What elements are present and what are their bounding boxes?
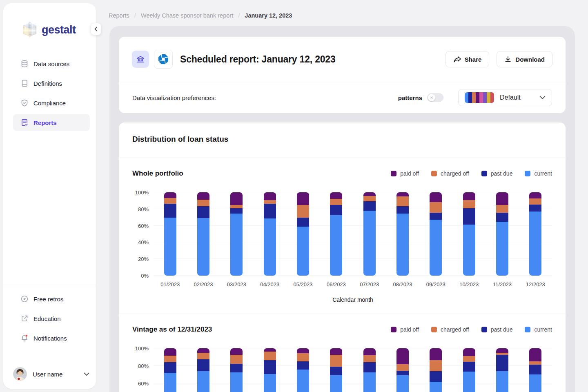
bar-segment-past-due [197, 359, 209, 371]
share-button[interactable]: Share [445, 51, 490, 67]
section-header: Distribution of loan status [119, 122, 566, 158]
stacked-bar [264, 348, 276, 392]
sidebar-item-notifications[interactable]: Notifications [13, 330, 90, 346]
x-tick-label: 12/2023 [519, 281, 552, 287]
visualization-preferences-row: Data visualization preferences: patterns… [119, 82, 566, 113]
chart-legend: paid offcharged offpast duecurrent [391, 326, 552, 333]
legend-label: paid off [400, 326, 419, 333]
download-button[interactable]: Download [497, 51, 552, 67]
legend-item: charged off [431, 326, 469, 333]
bar-segment-past-due [463, 208, 475, 225]
stacked-bar [197, 348, 209, 392]
bar-segment-charged-off [330, 199, 342, 205]
bar-segment-charged-off [430, 202, 442, 213]
legend-label: paid off [400, 170, 419, 177]
bar-segment-paid-off [297, 348, 309, 353]
bar-segment-past-due [297, 218, 309, 226]
sidebar-item-definitions[interactable]: Definitions [13, 75, 90, 91]
bar-segment-past-due [363, 362, 376, 372]
bar-segment-paid-off [230, 348, 243, 355]
stacked-bar [430, 192, 442, 276]
bar-segment-charged-off [496, 205, 508, 213]
patterns-toggle[interactable] [427, 93, 443, 102]
stacked-bar [230, 192, 243, 276]
breadcrumb-separator: / [134, 12, 136, 19]
chart-plot-area: 0%20%40%60%80%100% [154, 192, 552, 276]
bar-segment-charged-off [197, 353, 209, 359]
stacked-bar [230, 348, 243, 392]
breadcrumb-report-name[interactable]: Weekly Chase sponsor bank report [141, 12, 233, 19]
sidebar-collapse-button[interactable] [91, 23, 101, 35]
bar-segment-paid-off [529, 348, 541, 361]
bar-segment-current [496, 222, 508, 276]
bar-segment-past-due [230, 208, 243, 214]
sidebar: gestalt Data sources De [3, 3, 96, 389]
user-menu[interactable]: User name [13, 364, 89, 384]
bar-segment-past-due [463, 362, 475, 372]
bar-segment-current [330, 215, 342, 276]
bar-segment-charged-off [330, 355, 342, 367]
sidebar-item-education[interactable]: Education [13, 310, 90, 327]
sidebar-item-data-sources[interactable]: Data sources [13, 56, 90, 72]
stacked-bar [363, 192, 376, 276]
bar-segment-current [463, 225, 475, 276]
palette-dropdown[interactable]: Default [458, 89, 552, 106]
page-title: Scheduled report: January 12, 2023 [180, 54, 336, 65]
bar-segment-charged-off [230, 355, 243, 364]
brand-wordmark: gestalt [42, 24, 76, 36]
bar-segment-charged-off [463, 200, 475, 208]
sidebar-item-free-retros[interactable]: Free retros [13, 291, 90, 307]
sidebar-item-label: Notifications [33, 335, 67, 342]
stacked-bar [164, 192, 176, 276]
x-tick-label: 11/2023 [486, 281, 519, 287]
bar-segment-charged-off [363, 355, 376, 362]
avatar [13, 367, 27, 381]
bar-segment-charged-off [363, 196, 376, 201]
y-tick-label: 40% [138, 239, 149, 245]
legend-swatch [431, 327, 437, 332]
bar-segment-current [529, 212, 541, 276]
y-tick-label: 100% [135, 345, 149, 352]
stacked-bar [463, 192, 475, 276]
bar-segment-past-due [529, 205, 541, 212]
legend-item: paid off [391, 170, 419, 177]
stacked-bar [164, 348, 176, 392]
legend-item: past due [481, 170, 513, 177]
bar-segment-current [230, 214, 243, 276]
breadcrumb-reports[interactable]: Reports [109, 12, 129, 19]
gridline [154, 192, 552, 192]
x-axis-title: Calendar month [132, 296, 552, 303]
share-icon [453, 56, 461, 63]
legend-swatch [391, 171, 396, 176]
bar-segment-past-due [264, 204, 276, 219]
sidebar-item-compliance[interactable]: Compliance [13, 95, 90, 111]
stacked-bar [330, 192, 342, 276]
report-header-card: Scheduled report: January 12, 2023 Share [119, 37, 566, 113]
bar-segment-paid-off [297, 192, 309, 205]
bell-icon [20, 334, 29, 342]
bar-segment-paid-off [496, 192, 508, 205]
bar-segment-past-due [164, 204, 176, 218]
sidebar-item-reports[interactable]: Reports [13, 114, 90, 131]
bar-segment-current [197, 218, 209, 276]
report-doc-icon [20, 118, 29, 127]
bar-segment-charged-off [164, 198, 176, 203]
stacked-bar [197, 192, 209, 276]
legend-swatch [525, 171, 530, 176]
bar-segment-current [430, 220, 442, 276]
bar-segment-paid-off [164, 348, 176, 356]
bar-segment-past-due [330, 367, 342, 375]
x-tick-label: 01/2023 [154, 281, 187, 287]
y-tick-label: 0% [141, 273, 149, 279]
legend-swatch [525, 327, 530, 332]
stacked-bar [396, 348, 409, 392]
bar-segment-charged-off [264, 200, 276, 203]
bar-segment-paid-off [164, 192, 176, 198]
bar-segment-paid-off [363, 348, 376, 355]
bar-segment-charged-off [396, 196, 409, 206]
bar-segment-charged-off [297, 205, 309, 218]
bar-segment-paid-off [463, 192, 475, 200]
legend-label: past due [491, 326, 513, 333]
bar-segment-current [496, 371, 508, 392]
chase-logo-icon [158, 54, 169, 65]
